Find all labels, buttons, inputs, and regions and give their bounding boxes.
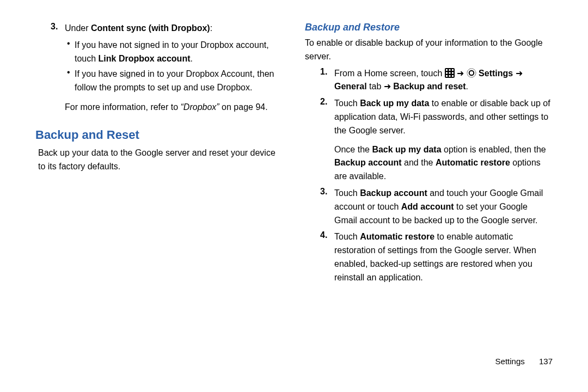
text: Touch (334, 188, 360, 198)
step-text: Touch Automatic restore to enable automa… (334, 230, 553, 284)
bold-text: Content sync (with Dropbox) (91, 23, 210, 33)
step-1: 1. From a Home screen, touch ➜ (305, 67, 553, 94)
text: For more information, refer to (65, 102, 181, 112)
settings-gear-icon (467, 68, 476, 78)
text: Under (65, 23, 91, 33)
step-number: 3. (51, 22, 65, 35)
italic-text: “Dropbox” (181, 102, 219, 112)
svg-rect-3 (452, 69, 454, 71)
step-number: 1. (320, 67, 334, 94)
subheading-backup-restore: Backup and Restore (305, 22, 553, 33)
svg-rect-1 (446, 69, 448, 71)
footer-page-number: 137 (539, 357, 553, 366)
svg-rect-6 (452, 72, 454, 74)
bold-text: Automatic restore (436, 158, 510, 167)
left-column: 3. Under Content sync (with Dropbox): • … (24, 22, 294, 357)
page-footer: Settings 137 (0, 357, 588, 366)
text: . (466, 82, 468, 91)
step-text: Under Content sync (with Dropbox): (65, 22, 283, 35)
bold-text: Backup and reset (393, 82, 465, 91)
bold-text: Add account (401, 202, 454, 211)
section-heading-backup-reset: Backup and Reset (35, 128, 283, 142)
bold-text: Link Dropbox account (99, 54, 191, 63)
arrow-text: ➜ (513, 69, 522, 78)
reference-line: For more information, refer to “Dropbox”… (35, 100, 283, 114)
footer-section: Settings (495, 357, 525, 366)
page-content: 3. Under Content sync (with Dropbox): • … (0, 0, 588, 357)
bold-text: Settings (479, 69, 513, 78)
step-text: Touch Back up my data to enable or disab… (334, 97, 553, 183)
svg-rect-2 (449, 69, 450, 71)
svg-rect-4 (446, 72, 448, 74)
section-body: Back up your data to the Google server a… (35, 146, 283, 174)
bold-text: Automatic restore (360, 232, 434, 241)
step-3r: 3. Touch Backup account and touch your G… (305, 187, 553, 227)
apps-grid-icon (445, 68, 455, 78)
bullet-text: If you have not signed in to your Dropbo… (75, 39, 283, 66)
bullet-marker: • (67, 39, 75, 66)
svg-rect-9 (452, 75, 454, 77)
svg-point-11 (469, 70, 473, 75)
text: Once the (334, 145, 372, 154)
svg-point-10 (467, 69, 476, 77)
text: From a Home screen, touch (334, 69, 445, 78)
svg-rect-7 (446, 75, 448, 77)
intro-text: To enable or disable backup of your info… (305, 36, 553, 64)
step-text: From a Home screen, touch ➜ Setti (334, 67, 553, 94)
step-4: 4. Touch Automatic restore to enable aut… (305, 230, 553, 284)
text: tab (367, 82, 384, 91)
text: . (191, 54, 193, 63)
bold-text: Back up my data (360, 99, 429, 108)
bullet-marker: • (67, 68, 75, 95)
bold-text: General (334, 82, 367, 91)
text: : (210, 23, 212, 33)
step-3: 3. Under Content sync (with Dropbox): (35, 22, 283, 35)
text: on page 94. (219, 102, 268, 112)
bold-text: Backup account (360, 188, 427, 198)
arrow-text: ➜ (384, 82, 393, 91)
bold-text: Back up my data (372, 145, 441, 154)
bullet-2: • If you have signed in to your Dropbox … (35, 68, 283, 95)
step-text: Touch Backup account and touch your Goog… (334, 187, 553, 227)
bold-text: Backup account (334, 158, 402, 167)
step-number: 4. (320, 230, 334, 284)
text: option is enabled, then the (442, 145, 546, 154)
svg-rect-8 (449, 75, 450, 77)
arrow-text: ➜ (457, 69, 466, 78)
bullet-text: If you have signed in to your Dropbox Ac… (75, 68, 283, 95)
step-2: 2. Touch Back up my data to enable or di… (305, 97, 553, 183)
text: and the (402, 158, 436, 167)
right-column: Backup and Restore To enable or disable … (294, 22, 564, 357)
step-number: 2. (320, 97, 334, 183)
svg-rect-5 (449, 72, 450, 74)
text: Touch (334, 232, 360, 241)
bullet-1: • If you have not signed in to your Drop… (35, 39, 283, 66)
step-number: 3. (320, 187, 334, 227)
text: Touch (334, 99, 360, 108)
